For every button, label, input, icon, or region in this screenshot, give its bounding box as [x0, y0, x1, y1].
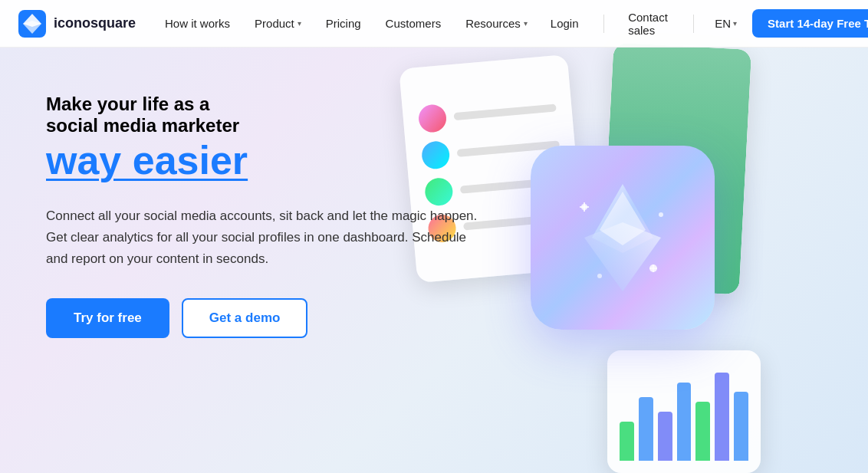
- svg-point-6: [649, 264, 657, 272]
- try-free-button[interactable]: Try for free: [46, 298, 169, 338]
- nav-how-it-works[interactable]: How it works: [154, 11, 241, 36]
- nav-product[interactable]: Product ▾: [244, 11, 312, 36]
- svg-point-4: [659, 212, 663, 217]
- bg-card-chart: [607, 350, 761, 473]
- nav-contact[interactable]: Contact sales: [616, 5, 681, 43]
- svg-point-3: [581, 204, 587, 210]
- resources-chevron-icon: ▾: [524, 19, 528, 28]
- lang-chevron-icon: ▾: [733, 19, 737, 28]
- svg-marker-2: [600, 192, 646, 245]
- app-icon-graphic: [531, 146, 715, 330]
- product-chevron-icon: ▾: [298, 19, 301, 28]
- nav-cta-button[interactable]: Start 14-day Free Trial: [752, 9, 868, 38]
- nav-login[interactable]: Login: [538, 11, 591, 36]
- hero-description: Connect all your social media accounts, …: [46, 205, 491, 270]
- logo-link[interactable]: iconosquare: [18, 10, 136, 38]
- hero-title: Make your life as a social media markete…: [46, 94, 491, 136]
- svg-point-5: [597, 274, 602, 278]
- nav-links: How it works Product ▾ Pricing Customers…: [154, 11, 538, 36]
- nav-resources[interactable]: Resources ▾: [455, 11, 538, 36]
- svg-marker-1: [584, 222, 661, 291]
- get-demo-button[interactable]: Get a demo: [182, 298, 308, 338]
- nav-language[interactable]: EN ▾: [705, 11, 746, 36]
- nav-customers[interactable]: Customers: [375, 11, 452, 36]
- navbar: iconosquare How it works Product ▾ Prici…: [0, 0, 868, 48]
- svg-marker-0: [592, 184, 653, 253]
- nav-right: Login Contact sales EN ▾ Start 14-day Fr…: [538, 5, 868, 43]
- nav-pricing[interactable]: Pricing: [315, 11, 372, 36]
- nav-divider-2: [693, 15, 694, 33]
- hero-buttons: Try for free Get a demo: [46, 298, 491, 338]
- nav-divider: [603, 15, 604, 33]
- hero-highlight: way easier: [46, 136, 248, 184]
- logo-icon: [18, 10, 46, 38]
- logo-text: iconosquare: [54, 15, 136, 31]
- hero-section: Make your life as a social media markete…: [0, 48, 521, 369]
- bg-card-photo: [601, 43, 752, 295]
